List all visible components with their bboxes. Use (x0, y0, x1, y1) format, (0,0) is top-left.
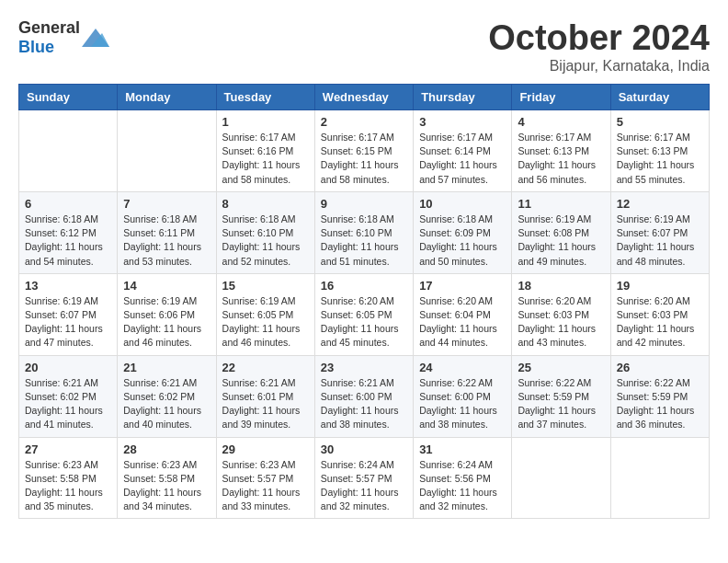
logo-text: General Blue (18, 18, 80, 57)
day-info: Sunrise: 6:21 AM Sunset: 6:02 PM Dayligh… (123, 376, 210, 432)
calendar-table: SundayMondayTuesdayWednesdayThursdayFrid… (18, 84, 710, 519)
weekday-header-sunday: Sunday (19, 85, 118, 110)
day-number: 15 (222, 279, 309, 293)
day-number: 3 (419, 115, 506, 129)
day-info: Sunrise: 6:17 AM Sunset: 6:15 PM Dayligh… (321, 131, 407, 187)
day-number: 10 (419, 197, 506, 211)
day-info: Sunrise: 6:24 AM Sunset: 5:57 PM Dayligh… (321, 458, 407, 514)
logo: General Blue (18, 18, 109, 57)
calendar-cell (610, 437, 709, 519)
day-number: 6 (25, 197, 111, 211)
day-info: Sunrise: 6:19 AM Sunset: 6:05 PM Dayligh… (222, 294, 309, 350)
day-info: Sunrise: 6:21 AM Sunset: 6:00 PM Dayligh… (321, 376, 407, 432)
calendar-cell: 30Sunrise: 6:24 AM Sunset: 5:57 PM Dayli… (314, 437, 413, 519)
day-number: 2 (321, 115, 407, 129)
day-info: Sunrise: 6:20 AM Sunset: 6:05 PM Dayligh… (321, 294, 407, 350)
day-number: 27 (25, 442, 111, 456)
calendar-cell (19, 110, 118, 192)
day-number: 9 (321, 197, 407, 211)
day-info: Sunrise: 6:20 AM Sunset: 6:04 PM Dayligh… (419, 294, 506, 350)
calendar-cell: 25Sunrise: 6:22 AM Sunset: 5:59 PM Dayli… (512, 355, 610, 437)
day-number: 13 (25, 279, 111, 293)
day-number: 17 (419, 279, 506, 293)
day-number: 21 (123, 361, 210, 374)
calendar-cell: 17Sunrise: 6:20 AM Sunset: 6:04 PM Dayli… (414, 273, 512, 355)
calendar-cell: 4Sunrise: 6:17 AM Sunset: 6:13 PM Daylig… (512, 110, 610, 192)
calendar-cell: 31Sunrise: 6:24 AM Sunset: 5:56 PM Dayli… (414, 437, 512, 519)
day-info: Sunrise: 6:22 AM Sunset: 5:59 PM Dayligh… (518, 376, 604, 432)
day-number: 20 (25, 361, 111, 374)
day-info: Sunrise: 6:19 AM Sunset: 6:06 PM Dayligh… (123, 294, 210, 350)
calendar-cell: 26Sunrise: 6:22 AM Sunset: 5:59 PM Dayli… (610, 355, 709, 437)
calendar-cell: 20Sunrise: 6:21 AM Sunset: 6:02 PM Dayli… (19, 355, 118, 437)
day-info: Sunrise: 6:18 AM Sunset: 6:12 PM Dayligh… (25, 213, 111, 269)
day-info: Sunrise: 6:21 AM Sunset: 6:01 PM Dayligh… (222, 376, 309, 432)
day-info: Sunrise: 6:22 AM Sunset: 6:00 PM Dayligh… (419, 376, 506, 432)
calendar-cell: 10Sunrise: 6:18 AM Sunset: 6:09 PM Dayli… (414, 191, 512, 273)
day-number: 29 (222, 442, 309, 456)
calendar-cell: 1Sunrise: 6:17 AM Sunset: 6:16 PM Daylig… (216, 110, 314, 192)
day-info: Sunrise: 6:18 AM Sunset: 6:11 PM Dayligh… (123, 213, 210, 269)
day-info: Sunrise: 6:19 AM Sunset: 6:07 PM Dayligh… (25, 294, 111, 350)
day-info: Sunrise: 6:17 AM Sunset: 6:14 PM Dayligh… (419, 131, 506, 187)
calendar-cell: 12Sunrise: 6:19 AM Sunset: 6:07 PM Dayli… (610, 191, 709, 273)
day-info: Sunrise: 6:20 AM Sunset: 6:03 PM Dayligh… (617, 294, 703, 350)
calendar-week-row: 6Sunrise: 6:18 AM Sunset: 6:12 PM Daylig… (19, 191, 710, 273)
day-info: Sunrise: 6:21 AM Sunset: 6:02 PM Dayligh… (25, 376, 111, 432)
weekday-header-saturday: Saturday (610, 85, 709, 110)
logo-general: General (18, 18, 80, 37)
calendar-cell: 5Sunrise: 6:17 AM Sunset: 6:13 PM Daylig… (610, 110, 709, 192)
month-title: October 2024 (488, 18, 710, 58)
day-info: Sunrise: 6:22 AM Sunset: 5:59 PM Dayligh… (617, 376, 703, 432)
calendar-cell: 2Sunrise: 6:17 AM Sunset: 6:15 PM Daylig… (314, 110, 413, 192)
day-info: Sunrise: 6:18 AM Sunset: 6:09 PM Dayligh… (419, 213, 506, 269)
day-info: Sunrise: 6:19 AM Sunset: 6:07 PM Dayligh… (617, 213, 703, 269)
day-number: 26 (617, 361, 703, 374)
calendar-cell: 29Sunrise: 6:23 AM Sunset: 5:57 PM Dayli… (216, 437, 314, 519)
calendar-cell: 27Sunrise: 6:23 AM Sunset: 5:58 PM Dayli… (19, 437, 118, 519)
day-number: 12 (617, 197, 703, 211)
day-info: Sunrise: 6:23 AM Sunset: 5:58 PM Dayligh… (25, 458, 111, 514)
weekday-header-thursday: Thursday (414, 85, 512, 110)
day-number: 31 (419, 442, 506, 456)
day-number: 28 (123, 442, 210, 456)
day-number: 22 (222, 361, 309, 374)
page-header: General Blue October 2024 Bijapur, Karna… (18, 18, 710, 75)
day-info: Sunrise: 6:18 AM Sunset: 6:10 PM Dayligh… (222, 213, 309, 269)
calendar-cell: 9Sunrise: 6:18 AM Sunset: 6:10 PM Daylig… (314, 191, 413, 273)
day-number: 24 (419, 361, 506, 374)
day-info: Sunrise: 6:17 AM Sunset: 6:16 PM Dayligh… (222, 131, 309, 187)
day-number: 5 (617, 115, 703, 129)
day-number: 25 (518, 361, 604, 374)
day-info: Sunrise: 6:17 AM Sunset: 6:13 PM Dayligh… (518, 131, 604, 187)
day-number: 19 (617, 279, 703, 293)
calendar-cell: 15Sunrise: 6:19 AM Sunset: 6:05 PM Dayli… (216, 273, 314, 355)
calendar-cell: 23Sunrise: 6:21 AM Sunset: 6:00 PM Dayli… (314, 355, 413, 437)
day-number: 4 (518, 115, 604, 129)
calendar-cell: 13Sunrise: 6:19 AM Sunset: 6:07 PM Dayli… (19, 273, 118, 355)
calendar-cell (118, 110, 216, 192)
weekday-header-tuesday: Tuesday (216, 85, 314, 110)
day-info: Sunrise: 6:20 AM Sunset: 6:03 PM Dayligh… (518, 294, 604, 350)
day-info: Sunrise: 6:23 AM Sunset: 5:58 PM Dayligh… (123, 458, 210, 514)
day-number: 1 (222, 115, 309, 129)
day-info: Sunrise: 6:19 AM Sunset: 6:08 PM Dayligh… (518, 213, 604, 269)
logo-icon (82, 29, 109, 47)
weekday-header-friday: Friday (512, 85, 610, 110)
calendar-cell: 3Sunrise: 6:17 AM Sunset: 6:14 PM Daylig… (414, 110, 512, 192)
calendar-cell: 8Sunrise: 6:18 AM Sunset: 6:10 PM Daylig… (216, 191, 314, 273)
title-section: October 2024 Bijapur, Karnataka, India (488, 18, 710, 75)
day-number: 30 (321, 442, 407, 456)
day-info: Sunrise: 6:18 AM Sunset: 6:10 PM Dayligh… (321, 213, 407, 269)
calendar-week-row: 1Sunrise: 6:17 AM Sunset: 6:16 PM Daylig… (19, 110, 710, 192)
calendar-week-row: 20Sunrise: 6:21 AM Sunset: 6:02 PM Dayli… (19, 355, 710, 437)
day-info: Sunrise: 6:17 AM Sunset: 6:13 PM Dayligh… (617, 131, 703, 187)
logo-blue: Blue (18, 38, 54, 56)
calendar-cell: 14Sunrise: 6:19 AM Sunset: 6:06 PM Dayli… (118, 273, 216, 355)
calendar-week-row: 13Sunrise: 6:19 AM Sunset: 6:07 PM Dayli… (19, 273, 710, 355)
day-number: 8 (222, 197, 309, 211)
calendar-cell (512, 437, 610, 519)
day-info: Sunrise: 6:24 AM Sunset: 5:56 PM Dayligh… (419, 458, 506, 514)
location-title: Bijapur, Karnataka, India (488, 58, 710, 75)
day-number: 18 (518, 279, 604, 293)
